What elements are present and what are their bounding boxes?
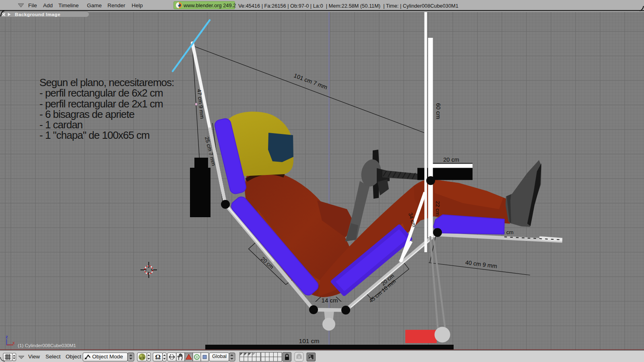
svg-text:x: x [12,340,15,345]
svg-text:22 cm: 22 cm [435,201,441,216]
svg-text:60 cm: 60 cm [435,103,442,119]
svg-text:20 cm: 20 cm [443,156,459,163]
svg-text:14 cm: 14 cm [322,297,338,304]
svg-text:z: z [6,334,8,339]
svg-text:101 cm 7 mm: 101 cm 7 mm [293,72,328,90]
svg-text:Ω: Ω [155,353,161,361]
svg-text:101 cm: 101 cm [299,337,320,344]
